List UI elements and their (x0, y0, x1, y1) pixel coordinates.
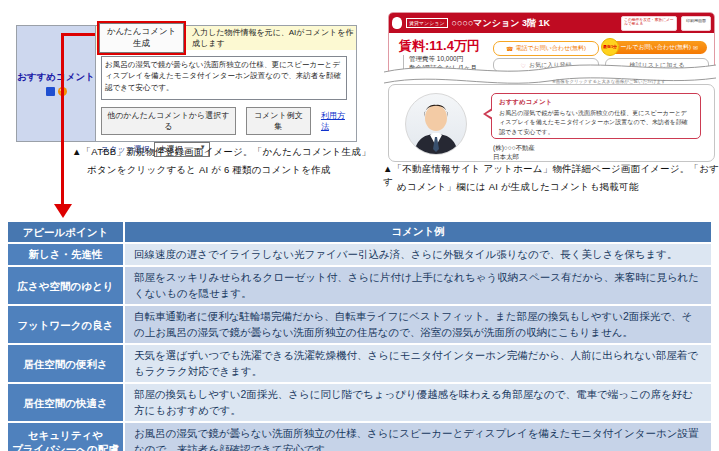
phone-inquiry-label: 電話でお問い合わせ(無料) (515, 44, 586, 53)
phone-icon: ☎ (506, 45, 513, 52)
comment-example-header: コメント例 (125, 222, 711, 242)
atbb-form-screenshot: おすすめコメント ? かんたんコメント生成 入力した物件情報を元に、AIがコメン… (16, 25, 357, 142)
mail-inquiry-button[interactable]: 最短1分 メールでお問い合わせ(無料) ✉ (605, 41, 707, 54)
listing-header-bar: 賃貸マンション ○○○○マンション 3階 1K この物件を友達・家族にメールで教… (389, 13, 714, 33)
bubble-title: おすすめコメント (499, 98, 693, 107)
appeal-point-cell: 居住空間の快適さ (8, 384, 125, 421)
table-row: 居住空間の便利さ 天気を選ばずいつでも洗濯できる洗濯乾燥機付、さらにモニタ付イン… (8, 345, 711, 384)
table-row: 広さや空間のゆとり 部屋をスッキリみせられるクローゼット付、さらに片付け上手にな… (8, 267, 711, 306)
bubble-body: お風呂の湿気で鏡が曇らない洗面所独立の仕様、更にスピーカーとディスプレイを備えた… (499, 109, 693, 137)
comment-examples-button[interactable]: コメント例文集 (246, 107, 311, 135)
appeal-point-cell: 広さや空間のゆとり (8, 267, 125, 304)
appeal-point-cell: フットワークの良さ (8, 306, 125, 343)
recommend-comment-label-cell: おすすめコメント ? (17, 26, 96, 141)
phone-inquiry-button[interactable]: ☎ 電話でお問い合わせ(無料) (493, 41, 599, 56)
page-tear-divider (384, 58, 716, 84)
form-body: お風呂の湿気で鏡が曇らない洗面所独立の仕様、更にスピーカーとディスプレイを備えた… (96, 50, 356, 161)
annotation-vertical-line (61, 33, 64, 205)
comment-cell: 部屋の換気もしやすい2面採光、さらに同じ階でちょっぴり優越感を味わえる角部屋なの… (125, 384, 711, 421)
comment-cell: 自転車通勤者に便利な駐輪場完備だから、自転車ライフにベストフィット。また部屋の換… (125, 306, 711, 343)
table-row: 新しさ・先進性 回線速度の遅さでイライラしない光ファイバー引込み済、さらに外観タ… (8, 244, 711, 268)
mail-icon: ✉ (693, 44, 698, 51)
table-row: フットワークの良さ 自転車通勤者に便利な駐輪場完備だから、自転車ライフにベストフ… (8, 306, 711, 345)
agent-photo (405, 93, 467, 155)
agent-portrait-illustration (406, 94, 466, 154)
page: おすすめコメント ? かんたんコメント生成 入力した物件情報を元に、AIがコメン… (0, 0, 719, 451)
generate-comment-button[interactable]: かんたんコメント生成 (99, 23, 184, 53)
annotation-arrow-down-icon (54, 204, 72, 218)
appeal-point-cell: セキュリティや プライバシーへの配慮 (8, 423, 125, 451)
athome-comment-card: おすすめコメント お風呂の湿気で鏡が曇らない洗面所独立の仕様、更にスピーカーとデ… (388, 84, 715, 162)
comment-cell: お風呂の湿気で鏡が曇らない洗面所独立の仕様、さらにスピーカーとディスプレイを備え… (125, 423, 711, 451)
recommend-comment-label: おすすめコメント (17, 71, 95, 84)
atbb-caption-line2: ボタンをクリックすると AI が 6 種類のコメントを作成 (87, 164, 331, 177)
mail-inquiry-label: メールでお問い合わせ(無料) (614, 43, 691, 52)
info-icon (46, 87, 55, 96)
agent-info: (株)○○○不動産 日本太郎 (493, 143, 535, 161)
appeal-point-cell: 居住空間の便利さ (8, 345, 125, 382)
generate-banner: かんたんコメント生成 入力した物件情報を元に、AIがコメントを作成します (96, 26, 356, 50)
appeal-point-cell: 新しさ・先進性 (8, 244, 125, 266)
comment-cell: 回線速度の遅さでイライラしない光ファイバー引込み済、さらに外観タイル張りなので、… (125, 244, 711, 266)
agent-name: 日本太郎 (493, 152, 535, 161)
property-title: ○○○○マンション 3階 1K (452, 17, 550, 30)
agent-company: (株)○○○不動産 (493, 143, 535, 152)
generate-banner-text: 入力した物件情報を元に、AIがコメントを作成します (192, 27, 356, 49)
appeal-point-header: アピールポイント (8, 222, 125, 242)
comment-cell: 部屋をスッキリみせられるクローゼット付、さらに片付け上手になれちゃう収納スペース… (125, 267, 711, 304)
button-row: 他のかんたんコメントから選択する コメント例文集 利用方法 (101, 107, 351, 135)
atbb-caption-line1: ▲「ATBB」新規物件登録画面イメージ。「かんたんコメント生成」 (72, 146, 371, 159)
table-row: 居住空間の快適さ 部屋の換気もしやすい2面採光、さらに同じ階でちょっぴり優越感を… (8, 384, 711, 423)
athome-mascot-icon (392, 17, 402, 29)
comment-textarea[interactable]: お風呂の湿気で鏡が曇らない洗面所独立の仕様、更にスピーカーとディスプレイを備えた… (101, 56, 347, 100)
mail-badge: 最短1分 (601, 38, 619, 56)
usage-link[interactable]: 利用方法 (321, 110, 351, 132)
form-content: かんたんコメント生成 入力した物件情報を元に、AIがコメントを作成します お風呂… (96, 26, 356, 141)
recommend-comment-bubble: おすすめコメント お風呂の湿気で鏡が曇らない洗面所独立の仕様、更にスピーカーとデ… (491, 93, 701, 139)
comment-cell: 天気を選ばずいつでも洗濯できる洗濯乾燥機付、さらにモニタ付インターホン完備だから… (125, 345, 711, 382)
print-page-button[interactable]: 印刷用画面 (681, 16, 711, 31)
property-type-tag: 賃貸マンション (406, 18, 448, 28)
table-header-row: アピールポイント コメント例 (8, 222, 711, 244)
select-other-comment-button[interactable]: 他のかんたんコメントから選択する (101, 107, 236, 135)
table-row: セキュリティや プライバシーへの配慮 お風呂の湿気で鏡が曇らない洗面所独立の仕様… (8, 423, 711, 451)
appeal-table: アピールポイント コメント例 新しさ・先進性 回線速度の遅さでイライラしない光フ… (8, 222, 711, 451)
annotation-connector-line (61, 33, 95, 36)
athome-caption-line2: めコメント」欄には AI が生成したコメントも掲載可能 (397, 181, 639, 194)
tell-friend-button[interactable]: この物件を友達・家族にメールで教える (621, 16, 677, 31)
rent-price: 賃料:11.4万円 (399, 37, 480, 55)
image-click-note: ※画像をクリックすると大きな画像がご覧いただけます (552, 79, 666, 84)
